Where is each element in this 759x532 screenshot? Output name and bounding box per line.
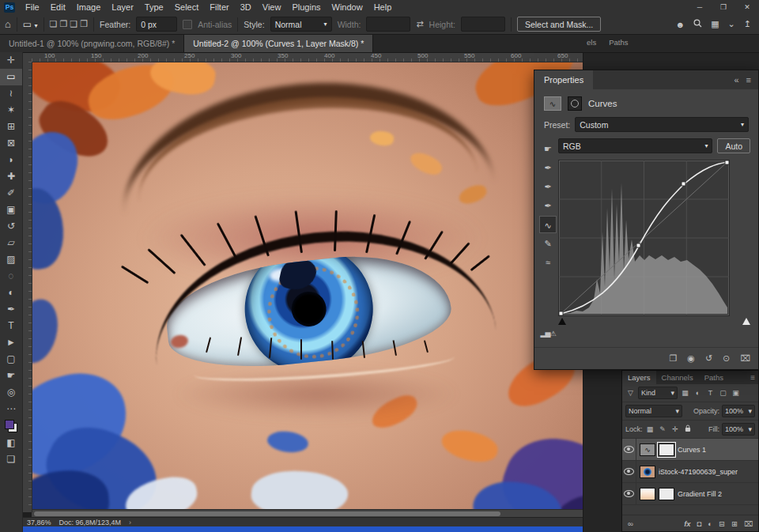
share-icon[interactable]: ↥ — [744, 19, 751, 29]
layer-visibility-toggle[interactable] — [622, 483, 636, 504]
quick-mask-icon[interactable]: ◧ — [0, 435, 22, 451]
fill-field[interactable]: 100%▾ — [722, 423, 755, 436]
blur-tool[interactable]: ◌ — [0, 268, 22, 285]
dodge-tool[interactable]: ◐ — [0, 285, 22, 301]
layer-row-gradient-fill-2[interactable]: Gradient Fill 2 — [622, 483, 758, 505]
gradient-tool[interactable]: ▨ — [0, 251, 22, 268]
filter-adjustment-layers-icon[interactable]: ◐ — [693, 389, 703, 397]
layer-name[interactable]: iStock-471900639_super — [659, 468, 738, 476]
lock-pixels-icon[interactable]: ✎ — [658, 425, 668, 433]
feather-input[interactable]: 0 px — [136, 17, 177, 32]
layer-mask-thumbnail[interactable] — [659, 443, 674, 456]
input-levels-sliders[interactable] — [558, 316, 750, 326]
filter-icon[interactable]: ▽ — [625, 389, 636, 397]
panel-menu-icon[interactable]: ≡ — [750, 371, 758, 384]
mask-badge-icon[interactable] — [568, 96, 582, 111]
chevron-down-icon[interactable]: ⌄ — [728, 19, 735, 29]
layer-row-curves-1[interactable]: ∿ Curves 1 — [622, 439, 758, 461]
layer-name[interactable]: Gradient Fill 2 — [678, 490, 722, 498]
history-brush-tool[interactable]: ↺ — [0, 218, 22, 235]
foreground-color-swatch[interactable] — [5, 420, 14, 429]
tab-channels-partial[interactable]: els — [587, 38, 596, 47]
eyedropper-tool[interactable]: ◗ — [0, 152, 22, 168]
preset-select[interactable]: Custom▾ — [575, 117, 749, 132]
zoom-tool[interactable]: ◎ — [0, 384, 22, 401]
add-layer-mask-icon[interactable]: ◘ — [697, 519, 702, 528]
edit-toolbar-icon[interactable]: ⋯ — [0, 401, 22, 417]
layer-visibility-toggle[interactable] — [622, 461, 636, 482]
minimize-icon[interactable]: ─ — [688, 0, 712, 14]
tab-paths[interactable]: Paths — [609, 38, 628, 47]
menu-3d[interactable]: 3D — [235, 0, 257, 14]
collapse-panel-icon[interactable]: « — [734, 75, 738, 85]
new-selection-icon[interactable]: ❏ — [50, 19, 58, 29]
clone-stamp-tool[interactable]: ▣ — [0, 202, 22, 218]
view-previous-state-icon[interactable]: ◉ — [687, 353, 695, 364]
toggle-visibility-icon[interactable]: ⊙ — [723, 353, 730, 364]
menu-window[interactable]: Window — [327, 0, 368, 14]
white-input-slider[interactable] — [742, 318, 750, 325]
lock-all-icon[interactable] — [683, 424, 693, 434]
eraser-tool[interactable]: ▱ — [0, 235, 22, 251]
filter-pixel-layers-icon[interactable]: ▦ — [680, 389, 690, 397]
tab-layers[interactable]: Layers — [622, 371, 656, 384]
new-adjustment-layer-icon[interactable]: ◐ — [708, 519, 712, 528]
delete-adjustment-icon[interactable]: ⌧ — [740, 353, 750, 364]
healing-brush-tool[interactable]: ✚ — [0, 168, 22, 185]
layer-row-istock-photo[interactable]: iStock-471900639_super — [622, 461, 758, 483]
path-selection-tool[interactable]: ► — [0, 334, 22, 351]
link-layers-icon[interactable]: ∞ — [628, 519, 633, 528]
gray-point-eyedropper-icon[interactable]: ✒ — [539, 178, 557, 195]
new-group-icon[interactable]: ⊟ — [719, 519, 725, 528]
edit-curve-points-icon[interactable]: ∿ — [539, 216, 557, 233]
auto-button[interactable]: Auto — [717, 138, 750, 153]
new-layer-icon[interactable]: ⊞ — [731, 519, 738, 528]
filter-type-layers-icon[interactable]: T — [705, 389, 716, 397]
active-tool-icon[interactable]: ▭ ▾ — [23, 19, 38, 30]
tab-channels[interactable]: Channels — [656, 371, 699, 384]
menu-layer[interactable]: Layer — [106, 0, 139, 14]
filter-kind-select[interactable]: Kind▾ — [638, 387, 678, 399]
quick-selection-tool[interactable]: ✶ — [0, 102, 22, 119]
lasso-tool[interactable]: ≀ — [0, 85, 22, 102]
brush-tool[interactable]: ✐ — [0, 185, 22, 202]
reset-adjustment-icon[interactable]: ↺ — [705, 353, 712, 364]
image-layer-thumbnail[interactable] — [640, 466, 655, 478]
intersect-selection-icon[interactable]: ❒ — [80, 19, 88, 29]
search-icon[interactable] — [693, 19, 702, 29]
layer-name[interactable]: Curves 1 — [678, 446, 706, 454]
menu-image[interactable]: Image — [71, 0, 107, 14]
style-select[interactable]: Normal▾ — [270, 17, 332, 32]
menu-type[interactable]: Type — [139, 0, 169, 14]
move-tool[interactable]: ✛ — [0, 52, 22, 69]
delete-layer-icon[interactable]: ⌧ — [744, 519, 753, 528]
horizontal-ruler[interactable]: 100 150 200 250 300 350 400 450 500 550 … — [32, 52, 583, 62]
layer-visibility-toggle[interactable] — [622, 439, 636, 460]
lock-position-icon[interactable]: ✛ — [670, 425, 681, 433]
tab-paths[interactable]: Paths — [699, 371, 729, 384]
menu-file[interactable]: File — [20, 0, 45, 14]
account-avatar-icon[interactable]: ☻ — [676, 20, 685, 29]
filter-shape-layers-icon[interactable]: ▢ — [718, 389, 728, 397]
opacity-field[interactable]: 100%▾ — [722, 405, 755, 417]
menu-help[interactable]: Help — [368, 0, 398, 14]
filter-smart-objects-icon[interactable]: ▣ — [731, 389, 741, 397]
curve-editor[interactable] — [558, 160, 750, 326]
white-point-eyedropper-icon[interactable]: ✒ — [539, 197, 557, 214]
scrollbar-thumb[interactable] — [34, 511, 500, 516]
menu-filter[interactable]: Filter — [204, 0, 234, 14]
canvas-image[interactable] — [32, 62, 583, 509]
smooth-curve-icon[interactable]: ≈ — [539, 254, 557, 271]
black-input-slider[interactable] — [558, 318, 566, 325]
subtract-selection-icon[interactable]: ❑ — [70, 19, 77, 29]
clip-to-layer-icon[interactable]: ❐ — [669, 353, 677, 364]
lock-transparency-icon[interactable]: ▦ — [645, 425, 655, 433]
curve-grid[interactable] — [558, 160, 730, 316]
type-tool[interactable]: T — [0, 318, 22, 334]
document-tab-untitled-2[interactable]: Untitled-2 @ 100% (Curves 1, Layer Mask/… — [184, 35, 373, 52]
tab-properties[interactable]: Properties — [534, 70, 593, 89]
color-swatches[interactable] — [5, 420, 17, 432]
zoom-level-field[interactable]: 37,86% — [27, 519, 51, 526]
pen-tool[interactable]: ✒ — [0, 301, 22, 318]
menu-select[interactable]: Select — [169, 0, 205, 14]
